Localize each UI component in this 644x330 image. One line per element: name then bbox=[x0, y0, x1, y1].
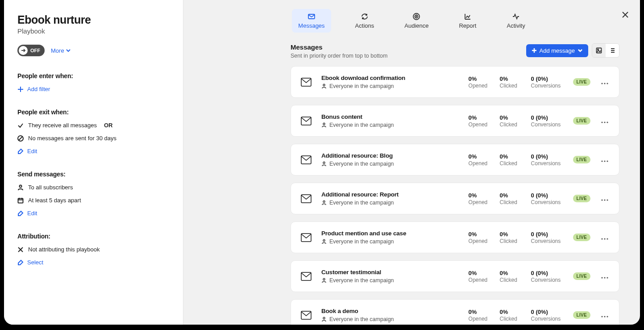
message-more-button[interactable] bbox=[600, 311, 609, 319]
view-gallery-button[interactable] bbox=[592, 44, 606, 57]
edit-icon bbox=[17, 148, 24, 155]
message-title-col: Additional resource: Report Everyone in … bbox=[321, 191, 459, 206]
stat-clicked: 0% Clicked bbox=[500, 270, 521, 283]
message-audience: Everyone in the campaign bbox=[321, 161, 459, 167]
stat-conversions: 0 (0%) Conversions bbox=[531, 270, 563, 283]
message-card[interactable]: Additional resource: Report Everyone in … bbox=[291, 183, 619, 214]
message-more-button[interactable] bbox=[600, 117, 609, 125]
tab-messages[interactable]: Messages bbox=[292, 9, 331, 33]
message-title-col: Ebook download confirmation Everyone in … bbox=[321, 75, 459, 89]
svg-point-1 bbox=[20, 185, 22, 187]
stat-opened: 0% Opened bbox=[469, 114, 490, 128]
person-icon bbox=[321, 84, 327, 89]
svg-rect-9 bbox=[301, 78, 311, 86]
message-audience: Everyone in the campaign bbox=[321, 316, 459, 322]
add-message-button[interactable]: Add message bbox=[526, 44, 589, 57]
stat-clicked: 0% Clicked bbox=[500, 231, 521, 244]
svg-rect-19 bbox=[301, 156, 311, 164]
svg-point-18 bbox=[607, 121, 608, 123]
status-badge: LIVE bbox=[573, 311, 590, 319]
mail-icon bbox=[301, 272, 312, 281]
svg-point-17 bbox=[604, 121, 605, 123]
content-subtitle: Sent in priority order from top to botto… bbox=[291, 53, 387, 59]
svg-point-27 bbox=[604, 199, 605, 201]
tab-activity[interactable]: Activity bbox=[500, 9, 531, 33]
svg-point-37 bbox=[604, 277, 605, 278]
svg-point-8 bbox=[598, 49, 598, 50]
svg-point-11 bbox=[601, 83, 602, 84]
svg-point-12 bbox=[604, 83, 605, 84]
mail-icon bbox=[301, 155, 312, 164]
stat-conversions: 0 (0%) Conversions bbox=[531, 114, 563, 128]
message-title-col: Bonus content Everyone in the campaign bbox=[321, 113, 459, 128]
status-toggle[interactable]: OFF bbox=[17, 45, 45, 56]
svg-rect-29 bbox=[301, 234, 311, 242]
section-send: Send messages: To all subscribers At lea… bbox=[17, 171, 170, 217]
exit-rule-all: They receive all messages OR bbox=[17, 122, 170, 129]
add-filter-label: Add filter bbox=[27, 86, 50, 92]
message-more-button[interactable] bbox=[600, 78, 609, 86]
message-more-button[interactable] bbox=[600, 272, 609, 280]
message-more-button[interactable] bbox=[600, 234, 609, 242]
svg-point-43 bbox=[607, 316, 608, 317]
message-card[interactable]: Additional resource: Blog Everyone in th… bbox=[291, 144, 619, 175]
section-send-title: Send messages: bbox=[17, 171, 170, 178]
svg-point-36 bbox=[601, 277, 602, 278]
arrow-right-icon bbox=[21, 48, 26, 53]
playbook-title: Ebook nurture bbox=[17, 13, 170, 26]
block-icon bbox=[17, 135, 24, 142]
exit-rule-inactive: No messages are sent for 30 days bbox=[17, 135, 170, 142]
plus-icon bbox=[17, 86, 24, 92]
stat-opened: 0% Opened bbox=[469, 75, 490, 89]
mail-icon bbox=[301, 311, 312, 320]
edit-icon bbox=[17, 210, 24, 217]
dots-icon bbox=[601, 83, 608, 84]
tab-actions[interactable]: Actions bbox=[349, 9, 381, 33]
person-icon bbox=[17, 184, 24, 191]
select-attribution-button[interactable]: Select bbox=[17, 259, 170, 266]
edit-icon bbox=[17, 259, 24, 266]
svg-point-10 bbox=[323, 84, 325, 86]
message-more-button[interactable] bbox=[600, 195, 609, 203]
stat-clicked: 0% Clicked bbox=[500, 114, 521, 128]
stat-conversions: 0 (0%) Conversions bbox=[531, 75, 563, 89]
svg-rect-24 bbox=[301, 195, 311, 203]
svg-point-25 bbox=[323, 201, 325, 203]
section-enter: People enter when: Add filter bbox=[17, 72, 170, 92]
message-audience: Everyone in the campaign bbox=[321, 122, 459, 128]
message-title: Ebook download confirmation bbox=[321, 75, 459, 81]
send-rule-subs: To all subscribers bbox=[17, 184, 170, 191]
svg-rect-34 bbox=[301, 272, 311, 280]
section-enter-title: People enter when: bbox=[17, 72, 170, 79]
svg-rect-14 bbox=[301, 117, 311, 125]
message-title: Product mention and use case bbox=[321, 230, 459, 237]
message-card[interactable]: Ebook download confirmation Everyone in … bbox=[291, 66, 619, 98]
mail-icon bbox=[301, 117, 312, 125]
edit-send-button[interactable]: Edit bbox=[17, 210, 170, 217]
edit-exit-button[interactable]: Edit bbox=[17, 148, 170, 155]
dots-icon bbox=[601, 121, 608, 123]
svg-point-33 bbox=[607, 238, 608, 239]
message-more-button[interactable] bbox=[600, 156, 609, 164]
message-card[interactable]: Bonus content Everyone in the campaign 0… bbox=[291, 105, 619, 137]
dots-icon bbox=[601, 199, 608, 201]
svg-point-16 bbox=[601, 121, 602, 123]
stat-opened: 0% Opened bbox=[469, 270, 490, 283]
dots-icon bbox=[601, 160, 608, 162]
person-icon bbox=[321, 278, 327, 283]
more-label: More bbox=[51, 47, 64, 54]
message-card[interactable]: Book a demo Everyone in the campaign 0% … bbox=[291, 299, 619, 325]
message-card[interactable]: Product mention and use case Everyone in… bbox=[291, 221, 619, 253]
message-card[interactable]: Customer testimonial Everyone in the cam… bbox=[291, 260, 619, 292]
tab-audience[interactable]: Audience bbox=[398, 9, 435, 33]
tab-report[interactable]: Report bbox=[453, 9, 482, 33]
add-filter-button[interactable]: Add filter bbox=[17, 86, 170, 92]
calendar-icon bbox=[17, 197, 24, 204]
message-audience: Everyone in the campaign bbox=[321, 238, 459, 245]
section-exit-title: People exit when: bbox=[17, 109, 170, 116]
messages-list: Ebook download confirmation Everyone in … bbox=[291, 66, 619, 325]
view-list-button[interactable] bbox=[606, 44, 619, 57]
svg-point-31 bbox=[601, 238, 602, 239]
more-menu[interactable]: More bbox=[51, 47, 71, 54]
svg-point-32 bbox=[604, 238, 605, 239]
